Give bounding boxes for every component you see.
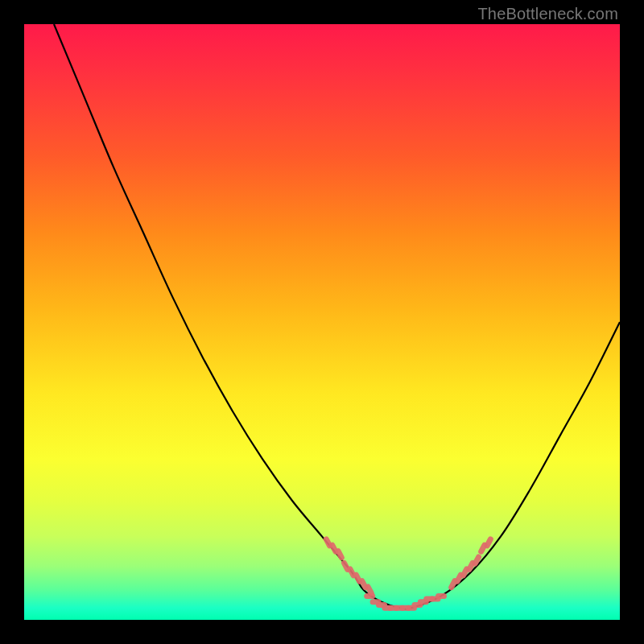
- chart-container: TheBottleneck.com: [0, 0, 644, 644]
- highlight-dot: [364, 593, 375, 599]
- highlight-dots-group: [323, 535, 494, 611]
- series-group: [54, 24, 620, 609]
- curve-svg: [24, 24, 620, 620]
- series-bottleneck-curve: [54, 24, 620, 609]
- highlight-dot: [436, 593, 447, 599]
- plot-area: [24, 24, 620, 620]
- watermark-text: TheBottleneck.com: [477, 5, 618, 23]
